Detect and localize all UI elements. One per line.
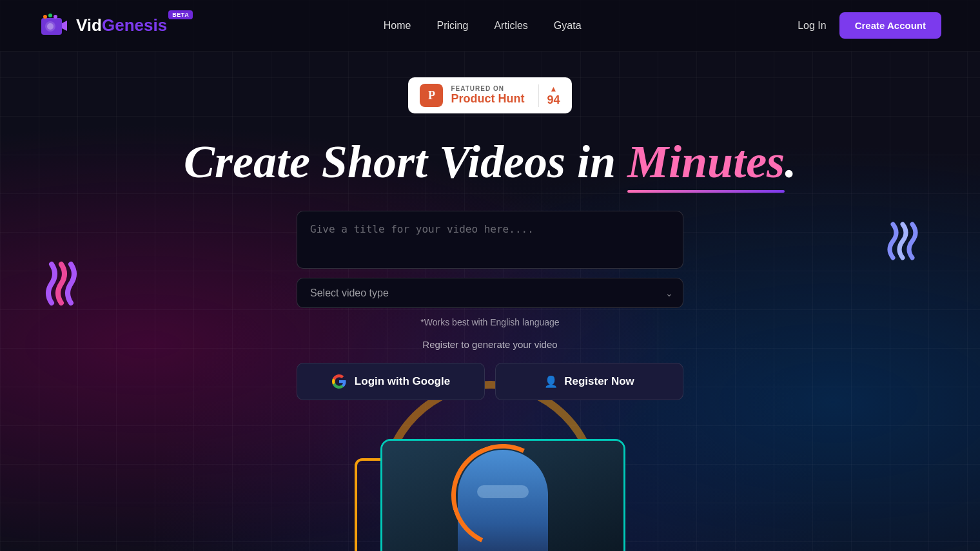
select-wrapper: Select video type Short Video Reel Story… <box>297 278 683 308</box>
user-icon: 👤 <box>544 375 558 389</box>
headline-accent-wrap: Minutes <box>627 137 785 188</box>
nav-item-articles[interactable]: Articles <box>494 20 527 32</box>
preview-frame <box>380 439 625 551</box>
product-hunt-badge[interactable]: P FEATURED ON Product Hunt ▲ 94 <box>408 77 571 113</box>
ph-arrow-icon: ▲ <box>550 84 558 93</box>
svg-point-5 <box>48 14 52 17</box>
headline-main: Create Short Videos in <box>184 136 616 188</box>
input-area: Select video type Short Video Reel Story… <box>297 211 683 400</box>
nav-links: Home Pricing Articles Gyata <box>384 20 582 32</box>
login-button[interactable]: Log In <box>798 20 826 32</box>
ph-text-block: FEATURED ON Product Hunt <box>451 85 524 106</box>
navbar: VidGenesis BETA Home Pricing Articles Gy… <box>0 0 980 52</box>
create-account-button[interactable]: Create Account <box>839 12 941 39</box>
nav-item-gyata[interactable]: Gyata <box>554 20 582 32</box>
logo-icon <box>39 10 70 41</box>
works-best-text: *Works best with English language <box>420 317 559 327</box>
ph-count-number: 94 <box>547 93 560 107</box>
video-preview <box>0 432 980 551</box>
register-text: Register to generate your video <box>422 339 557 350</box>
register-now-button[interactable]: 👤 Register Now <box>495 363 683 400</box>
video-title-input[interactable] <box>297 211 683 269</box>
logo-link[interactable]: VidGenesis BETA <box>39 10 167 41</box>
nav-item-home[interactable]: Home <box>384 20 411 32</box>
ph-logo: P <box>420 84 443 107</box>
logo-text: VidGenesis BETA <box>76 15 167 35</box>
orange-arc <box>436 439 569 551</box>
video-type-select[interactable]: Select video type Short Video Reel Story <box>297 278 683 308</box>
register-label: Register Now <box>564 375 634 388</box>
svg-point-3 <box>47 23 54 30</box>
headline-accent: Minutes <box>627 136 785 188</box>
hero-headline: Create Short Videos in Minutes . <box>184 137 796 188</box>
svg-marker-1 <box>62 21 67 31</box>
google-login-label: Login with Google <box>355 375 450 388</box>
preview-inner <box>382 441 623 551</box>
beta-badge: BETA <box>168 10 193 19</box>
google-icon <box>331 374 347 389</box>
auth-buttons: Login with Google 👤 Register Now <box>297 363 683 400</box>
hero-section: P FEATURED ON Product Hunt ▲ 94 Create S… <box>0 52 980 400</box>
ph-featured-label: FEATURED ON <box>451 85 524 92</box>
ph-name-label: Product Hunt <box>451 92 524 106</box>
svg-point-4 <box>43 15 47 19</box>
google-login-button[interactable]: Login with Google <box>297 363 485 400</box>
svg-point-6 <box>54 15 57 19</box>
ph-count-block: ▲ 94 <box>538 84 560 107</box>
nav-item-pricing[interactable]: Pricing <box>437 20 469 32</box>
nav-actions: Log In Create Account <box>798 12 941 39</box>
headline-dot: . <box>785 136 796 188</box>
